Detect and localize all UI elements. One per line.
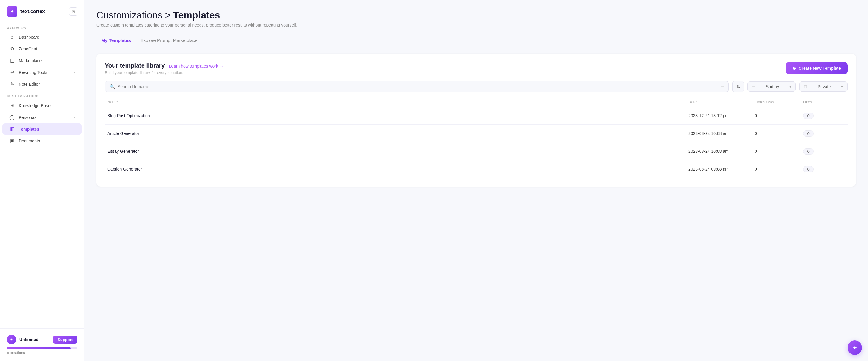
sidebar-item-label: ZenoChat bbox=[19, 47, 37, 51]
more-options-button[interactable]: ⋮ bbox=[839, 165, 849, 173]
privacy-dropdown[interactable]: ⊟ Private ▾ bbox=[799, 82, 847, 92]
search-input[interactable] bbox=[118, 84, 718, 89]
template-times-used: 0 bbox=[752, 109, 801, 122]
sidebar: ✦ text.cortex ⊡ Overview ⌂ Dashboard ✿ Z… bbox=[0, 0, 84, 361]
rewriting-icon: ↩ bbox=[9, 70, 15, 75]
documents-icon: ▣ bbox=[9, 138, 15, 144]
template-date: 2023-08-24 10:08 am bbox=[686, 145, 752, 158]
chevron-down-icon: ▾ bbox=[841, 85, 843, 89]
template-more: ⋮ bbox=[837, 142, 847, 160]
table-row: Blog Post Optimization 2023-12-21 13:12 … bbox=[105, 107, 847, 124]
sidebar-bottom: ✦ Unlimited Support ∞ creations bbox=[0, 328, 84, 361]
likes-badge: 0 bbox=[803, 166, 814, 172]
learn-how-templates-link[interactable]: Learn how templates work → bbox=[169, 64, 224, 68]
breadcrumb-bold: Templates bbox=[173, 10, 220, 21]
sidebar-item-personas[interactable]: ◯ Personas ▾ bbox=[2, 112, 82, 123]
template-likes: 0 bbox=[801, 144, 837, 159]
page-title: Customizations > Templates bbox=[96, 10, 856, 21]
template-date: 2023-08-24 09:08 am bbox=[686, 162, 752, 176]
note-editor-icon: ✎ bbox=[9, 81, 15, 87]
overview-section-label: Overview bbox=[0, 22, 84, 31]
sidebar-item-templates[interactable]: ◧ Templates bbox=[2, 123, 82, 135]
create-new-template-button[interactable]: ⊕ Create New Template bbox=[786, 62, 847, 74]
template-rows: Blog Post Optimization 2023-12-21 13:12 … bbox=[105, 107, 847, 178]
library-title: Your template library bbox=[105, 62, 165, 69]
plan-label: Unlimited bbox=[19, 337, 38, 342]
sort-by-dropdown[interactable]: ⚌ Sort by ▾ bbox=[747, 82, 796, 92]
sidebar-item-label: Rewriting Tools bbox=[19, 70, 47, 75]
support-button[interactable]: Support bbox=[53, 336, 78, 344]
search-icon: 🔍 bbox=[110, 84, 115, 89]
likes-badge: 0 bbox=[803, 130, 814, 137]
sidebar-item-label: Dashboard bbox=[19, 35, 39, 39]
library-title-area: Your template library Learn how template… bbox=[105, 62, 224, 75]
sidebar-item-label: Personas bbox=[19, 115, 36, 120]
plan-row: ✦ Unlimited Support bbox=[4, 332, 81, 347]
template-date: 2023-12-21 13:12 pm bbox=[686, 109, 752, 122]
sort-arrow-icon: ↓ bbox=[119, 100, 121, 104]
chevron-down-icon: ▾ bbox=[73, 115, 75, 119]
template-likes: 0 bbox=[801, 162, 837, 176]
sort-icon: ⚌ bbox=[752, 85, 755, 89]
breadcrumb-prefix: Customizations > bbox=[96, 10, 170, 21]
template-name: Essay Generator bbox=[105, 145, 686, 158]
table-header: Name ↓ Date Times Used Likes bbox=[105, 97, 847, 107]
sidebar-item-note-editor[interactable]: ✎ Note Editor bbox=[2, 79, 82, 90]
sidebar-item-label: Knowledge Bases bbox=[19, 103, 53, 108]
page-header: Customizations > Templates Create custom… bbox=[96, 10, 856, 27]
templates-icon: ◧ bbox=[9, 126, 15, 132]
personas-icon: ◯ bbox=[9, 114, 15, 120]
col-likes: Likes bbox=[801, 100, 837, 104]
tabs-row: My Templates Explore Prompt Marketplace bbox=[96, 35, 856, 47]
search-wrap: 🔍 ⚌ bbox=[105, 81, 729, 92]
col-date: Date bbox=[686, 100, 752, 104]
sidebar-item-marketplace[interactable]: ◫ Marketplace bbox=[2, 55, 82, 66]
col-actions bbox=[837, 100, 847, 104]
tab-explore-marketplace[interactable]: Explore Prompt Marketplace bbox=[135, 35, 202, 47]
progress-bar-background bbox=[7, 348, 78, 349]
sidebar-item-documents[interactable]: ▣ Documents bbox=[2, 135, 82, 146]
progress-bar-wrap bbox=[4, 347, 81, 350]
library-header: Your template library Learn how template… bbox=[105, 62, 847, 75]
sidebar-item-rewriting-tools[interactable]: ↩ Rewriting Tools ▾ bbox=[2, 67, 82, 78]
template-more: ⋮ bbox=[837, 160, 847, 178]
customizations-section-label: Customizations bbox=[0, 90, 84, 100]
knowledge-bases-icon: ⊞ bbox=[9, 103, 15, 108]
tab-my-templates[interactable]: My Templates bbox=[96, 35, 135, 47]
more-options-button[interactable]: ⋮ bbox=[839, 111, 849, 120]
sort-filter-button[interactable]: ⇅ bbox=[733, 81, 744, 92]
col-name: Name ↓ bbox=[105, 100, 686, 104]
table-row: Caption Generator 2023-08-24 09:08 am 0 … bbox=[105, 160, 847, 178]
filter-icon: ⊟ bbox=[804, 85, 807, 89]
sidebar-item-dashboard[interactable]: ⌂ Dashboard bbox=[2, 32, 82, 43]
more-options-button[interactable]: ⋮ bbox=[839, 129, 849, 138]
plus-icon: ⊕ bbox=[792, 66, 796, 71]
likes-badge: 0 bbox=[803, 113, 814, 119]
sidebar-item-label: Marketplace bbox=[19, 58, 41, 63]
template-times-used: 0 bbox=[752, 162, 801, 176]
template-likes: 0 bbox=[801, 126, 837, 141]
library-subtitle: Build your template library for every si… bbox=[105, 70, 224, 75]
table-row: Essay Generator 2023-08-24 10:08 am 0 0 … bbox=[105, 142, 847, 160]
plan-icon: ✦ bbox=[7, 335, 16, 344]
sidebar-item-label: Documents bbox=[19, 139, 40, 143]
sidebar-item-zenochat[interactable]: ✿ ZenoChat bbox=[2, 43, 82, 54]
progress-bar-fill bbox=[7, 348, 70, 349]
template-date: 2023-08-24 10:08 am bbox=[686, 127, 752, 140]
more-options-button[interactable]: ⋮ bbox=[839, 147, 849, 156]
logo-area: ✦ text.cortex ⊡ bbox=[0, 0, 84, 22]
logo-icon: ✦ bbox=[7, 6, 18, 17]
library-card: Your template library Learn how template… bbox=[96, 54, 856, 187]
template-more: ⋮ bbox=[837, 107, 847, 124]
chevron-down-icon: ▾ bbox=[789, 85, 791, 89]
sidebar-item-label: Note Editor bbox=[19, 82, 40, 87]
col-times-used: Times Used bbox=[752, 100, 801, 104]
table-row: Article Generator 2023-08-24 10:08 am 0 … bbox=[105, 124, 847, 142]
sidebar-item-knowledge-bases[interactable]: ⊞ Knowledge Bases bbox=[2, 100, 82, 111]
ai-fab-button[interactable]: ✦ bbox=[847, 340, 862, 355]
logo-text: text.cortex bbox=[21, 9, 45, 14]
sidebar-toggle-button[interactable]: ⊡ bbox=[69, 7, 78, 16]
page-subtitle: Create custom templates catering to your… bbox=[96, 23, 856, 27]
marketplace-icon: ◫ bbox=[9, 58, 15, 63]
filter-lines-icon: ⚌ bbox=[720, 84, 724, 89]
